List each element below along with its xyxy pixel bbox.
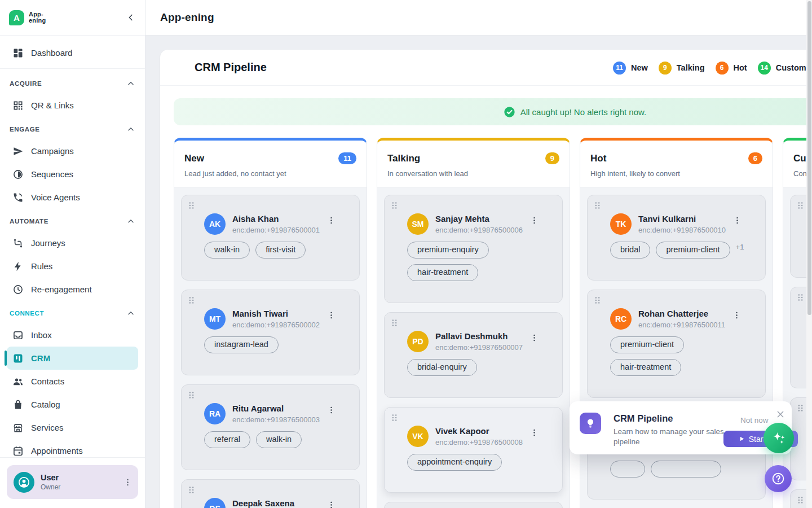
drag-handle-icon[interactable] — [594, 201, 601, 210]
lead-phone: enc:demo:+919876500002 — [232, 321, 320, 329]
chevron-up-icon[interactable] — [126, 217, 135, 226]
sidebar-section-connect: CONNECT — [0, 303, 145, 323]
card-menu-button[interactable] — [326, 500, 336, 508]
lead-card[interactable]: RCRohan Chatterjeeenc:demo:+919876500011… — [587, 290, 766, 398]
qr-icon — [12, 100, 24, 111]
card-menu-button[interactable] — [326, 216, 336, 225]
not-now-button[interactable]: Not now — [740, 416, 769, 424]
lead-row: PDPallavi Deshmukhenc:demo:+919876500007 — [391, 331, 555, 352]
sidebar-item-voice-agents[interactable]: Voice Agents — [7, 186, 138, 209]
lead-name: Tanvi Kulkarni — [638, 214, 726, 224]
sidebar-item-catalog[interactable]: Catalog — [7, 393, 138, 416]
avatar: TK — [610, 213, 632, 235]
lead-name: Manish Tiwari — [232, 309, 320, 318]
journey-icon — [12, 238, 24, 249]
sidebar-item-qr-links[interactable]: QR & Links — [7, 94, 138, 117]
onboarding-toast: CRM Pipeline Learn how to manage your sa… — [570, 401, 792, 454]
column-subtitle: High intent, likely to convert — [590, 169, 762, 178]
ai-assistant-fab[interactable] — [764, 423, 794, 453]
lead-card[interactable]: MTManish Tiwarienc:demo:+919876500002ins… — [181, 290, 360, 375]
user-role: Owner — [41, 483, 117, 491]
tag-pill: premium-client — [656, 242, 730, 259]
sidebar-item-rules[interactable]: Rules — [7, 255, 138, 278]
drag-handle-icon[interactable] — [188, 485, 195, 494]
kanban-icon — [12, 353, 24, 364]
drag-handle-icon[interactable] — [188, 296, 195, 305]
chevron-up-icon[interactable] — [126, 309, 135, 318]
user-menu-button[interactable] — [123, 478, 133, 487]
lead-card[interactable]: TKTanvi Kulkarnienc:demo:+919876500010br… — [587, 195, 766, 281]
drag-handle-icon[interactable] — [188, 391, 195, 400]
card-menu-button[interactable] — [326, 405, 336, 415]
lead-card[interactable]: NSNandini Shetty — [384, 502, 563, 508]
sidebar-item-label: Campaigns — [31, 146, 74, 156]
column-title: Talking — [387, 153, 420, 164]
drag-handle-icon[interactable] — [391, 318, 398, 327]
card-menu-button[interactable] — [732, 310, 742, 320]
drag-handle-icon[interactable] — [797, 201, 804, 210]
column-title: New — [184, 153, 204, 164]
lead-name: Aisha Khan — [232, 214, 320, 224]
card-menu-button[interactable] — [529, 333, 539, 343]
scrollbar-thumb[interactable] — [807, 1, 811, 315]
sidebar-item-re-engagement[interactable]: Re-engagement — [7, 278, 138, 301]
column-header: Hot6High intent, likely to convert — [580, 141, 773, 187]
tag-pill — [610, 461, 645, 478]
drag-handle-icon[interactable] — [797, 293, 804, 302]
drag-handle-icon[interactable] — [797, 404, 804, 413]
lead-card[interactable]: DSDeepak Saxenaenc:demo:+919876500004 — [181, 479, 360, 508]
lead-meta: Vivek Kapoorenc:demo:+919876500008 — [435, 426, 523, 446]
app-logo-icon: A — [9, 10, 24, 25]
section-label: ENGAGE — [10, 126, 39, 133]
stage-label: Hot — [734, 63, 747, 72]
card-menu-button[interactable] — [529, 428, 539, 437]
lead-meta: Pallavi Deshmukhenc:demo:+919876500007 — [435, 331, 523, 352]
drag-handle-icon[interactable] — [594, 296, 601, 305]
sidebar-item-crm[interactable]: CRM — [7, 347, 138, 370]
lead-row: RCRohan Chatterjeeenc:demo:+919876500011 — [594, 308, 758, 330]
lead-card[interactable]: VKVivek Kapoorenc:demo:+919876500008appo… — [384, 407, 563, 493]
sidebar-item-campaigns[interactable]: Campaigns — [7, 139, 138, 163]
card-menu-button[interactable] — [326, 310, 336, 320]
user-card[interactable]: User Owner — [7, 465, 138, 499]
lead-meta: Manish Tiwarienc:demo:+919876500002 — [232, 308, 320, 329]
column-title-row: Talking9 — [387, 152, 559, 164]
card-menu-button[interactable] — [529, 216, 539, 225]
sidebar-item-sequences[interactable]: Sequences — [7, 163, 138, 186]
drag-handle-icon[interactable] — [391, 413, 398, 422]
divider — [0, 68, 145, 69]
lead-card[interactable]: AKAisha Khanenc:demo:+919876500001walk-i… — [181, 195, 360, 281]
chevron-up-icon[interactable] — [126, 79, 135, 88]
close-icon[interactable] — [776, 410, 785, 419]
column-body: TKTanvi Kulkarnienc:demo:+919876500010br… — [580, 187, 773, 508]
drag-handle-icon[interactable] — [188, 201, 195, 210]
lead-phone: enc:demo:+919876500010 — [638, 226, 726, 234]
sidebar: A App- ening DashboardACQUIREQR & LinksE… — [0, 0, 145, 508]
lead-card[interactable]: RARitu Agarwalenc:demo:+919876500003refe… — [181, 384, 360, 470]
card-menu-button[interactable] — [732, 216, 742, 225]
stage-count-badge: 11 — [613, 62, 626, 75]
drag-handle-icon[interactable] — [391, 201, 398, 210]
tag-pill — [651, 461, 721, 478]
lead-card[interactable]: PDPallavi Deshmukhenc:demo:+919876500007… — [384, 312, 563, 398]
help-fab[interactable] — [765, 465, 792, 492]
sidebar-item-contacts[interactable]: Contacts — [7, 370, 138, 393]
sidebar-item-inbox[interactable]: Inbox — [7, 323, 138, 347]
lead-row: DSDeepak Saxenaenc:demo:+919876500004 — [188, 498, 352, 508]
sidebar-item-services[interactable]: Services — [7, 416, 138, 439]
sidebar-item-journeys[interactable]: Journeys — [7, 231, 138, 255]
topbar: App-ening — [145, 0, 812, 36]
sequence-icon — [12, 169, 24, 180]
sidebar-item-dashboard[interactable]: Dashboard — [7, 41, 138, 64]
chevron-up-icon[interactable] — [126, 125, 135, 134]
sidebar-item-label: Services — [31, 423, 64, 432]
drag-handle-icon[interactable] — [797, 496, 804, 505]
lead-card[interactable]: SMSanjay Mehtaenc:demo:+919876500006prem… — [384, 195, 563, 303]
lead-meta: Sanjay Mehtaenc:demo:+919876500006 — [435, 213, 523, 234]
send-icon — [12, 146, 24, 157]
lead-name: Sanjay Mehta — [435, 214, 523, 224]
section-label: ACQUIRE — [10, 80, 42, 87]
page-title: App-ening — [160, 11, 214, 24]
sidebar-item-appointments[interactable]: Appointments — [7, 439, 138, 457]
sidebar-collapse-icon[interactable] — [126, 12, 136, 23]
